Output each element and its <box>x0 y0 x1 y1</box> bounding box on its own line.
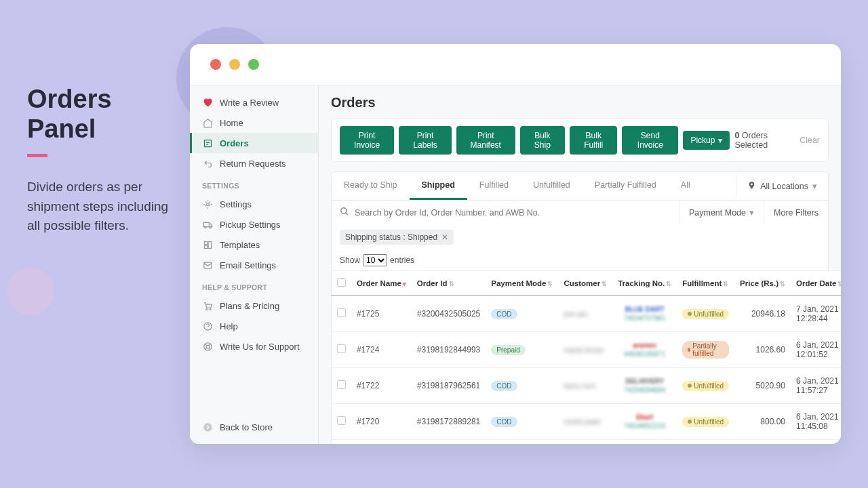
caret-down-icon: ▾ <box>718 136 722 145</box>
sidebar-item-returns[interactable]: Return Requests <box>190 153 318 174</box>
select-all-checkbox[interactable] <box>337 278 346 287</box>
sidebar-item-templates[interactable]: Templates <box>190 235 318 255</box>
send-invoice-button[interactable]: Send Invoice <box>622 126 678 155</box>
print-manifest-button[interactable]: Print Manifest <box>456 126 515 155</box>
print-labels-button[interactable]: Print Labels <box>399 126 452 155</box>
sidebar-returns-label: Return Requests <box>220 159 286 169</box>
caret-down-icon: ▾ <box>749 207 754 218</box>
app-window: Write a Review Home Orders Return Reques… <box>190 44 841 444</box>
sidebar-item-email-settings[interactable]: Email Settings <box>190 255 318 275</box>
print-invoice-button[interactable]: Print Invoice <box>340 126 394 155</box>
tab-ready-to-ship[interactable]: Ready to Ship <box>332 172 410 200</box>
support-icon <box>202 341 213 352</box>
svg-rect-6 <box>208 241 211 248</box>
sidebar-back-label: Back to Store <box>220 422 273 432</box>
email-icon <box>202 260 213 270</box>
svg-point-14 <box>203 423 212 432</box>
location-pin-icon <box>747 181 756 192</box>
search-icon <box>340 207 349 219</box>
chip-label: Shipping status : Shipped <box>345 232 437 242</box>
cell-payment: COD <box>486 440 558 445</box>
cell-order-id: #3198172889281 <box>412 404 486 440</box>
sidebar-item-help[interactable]: Help <box>190 316 318 336</box>
bulk-ship-button[interactable]: Bulk Ship <box>520 126 566 155</box>
sidebar-item-home[interactable]: Home <box>190 113 318 133</box>
tab-partially-fulfilled[interactable]: Partially Fulfilled <box>583 172 669 200</box>
page-title: Orders <box>331 95 829 110</box>
bulk-fulfill-button[interactable]: Bulk Fulfill <box>570 126 617 155</box>
tab-shipped[interactable]: Shipped <box>410 172 467 200</box>
svg-rect-7 <box>204 245 207 248</box>
payment-mode-filter[interactable]: Payment Mode ▾ <box>679 201 764 224</box>
sidebar-item-plans[interactable]: Plans & Pricing <box>190 296 318 316</box>
cell-order-id: #3198171611329 <box>412 440 486 445</box>
cell-price: 1026.60 <box>734 332 791 368</box>
svg-point-1 <box>206 203 209 205</box>
search-input[interactable] <box>355 208 671 218</box>
cell-date: 6 Jan, 2021 12:01:52 <box>791 332 841 368</box>
col-tracking-no-[interactable]: Tracking No.⇅ <box>612 271 677 296</box>
window-minimize-icon[interactable] <box>229 59 240 70</box>
sidebar-item-orders[interactable]: Orders <box>190 133 318 153</box>
tabs: Ready to ShipShippedFulfilledUnfulfilled… <box>332 172 736 200</box>
col-price-rs-[interactable]: Price (Rs.)⇅ <box>734 271 791 296</box>
sidebar-review-label: Write a Review <box>220 98 279 108</box>
cell-payment: COD <box>486 368 558 404</box>
col-order-id[interactable]: Order Id⇅ <box>412 271 486 296</box>
main-content: Orders Print Invoice Print Labels Print … <box>319 85 841 444</box>
sidebar-item-settings[interactable]: Settings <box>190 194 318 214</box>
window-maximize-icon[interactable] <box>248 59 259 70</box>
svg-rect-0 <box>204 140 211 146</box>
tab-all[interactable]: All <box>669 172 703 200</box>
promo-description: Divide orders as per shipment steps incl… <box>27 178 170 236</box>
tab-fulfilled[interactable]: Fulfilled <box>467 172 521 200</box>
cell-tracking: Ekart74534852233 <box>612 404 677 440</box>
sidebar-settings-label: Settings <box>220 199 252 209</box>
action-toolbar: Print Invoice Print Labels Print Manifes… <box>331 119 829 162</box>
tab-unfulfilled[interactable]: Unfulfilled <box>521 172 583 200</box>
entries-selector: Show 10 entries <box>331 250 829 270</box>
location-select[interactable]: All Locations ▾ <box>736 174 828 199</box>
cell-fulfillment: Unfulfilled <box>677 296 734 332</box>
sidebar-help-header: HELP & SUPPORT <box>190 275 318 296</box>
gear-icon <box>202 199 213 209</box>
col-fulfillment[interactable]: Fulfillment⇅ <box>677 271 734 296</box>
cell-customer: mohit patel <box>558 404 612 440</box>
template-icon <box>202 239 213 250</box>
pickup-button[interactable]: Pickup ▾ <box>683 131 730 150</box>
chevron-down-icon: ▾ <box>812 181 817 191</box>
entries-select[interactable]: 10 <box>363 254 387 266</box>
svg-point-13 <box>206 345 210 348</box>
row-checkbox[interactable] <box>337 380 346 389</box>
sidebar-write-review[interactable]: Write a Review <box>190 92 318 113</box>
row-checkbox[interactable] <box>337 416 346 425</box>
sidebar-support-label: Write Us for Support <box>220 342 300 352</box>
cell-order-name: #1719 <box>351 440 412 445</box>
col-order-date[interactable]: Order Date⇅ <box>791 271 841 296</box>
truck-icon <box>202 219 213 230</box>
promo-title: Orders Panel <box>27 85 170 144</box>
table-row: #1719#3198171611329CODgarima yadavaramex… <box>332 440 842 445</box>
cell-customer: maria brosa <box>558 332 612 368</box>
row-checkbox[interactable] <box>337 308 346 317</box>
cell-price: 20946.18 <box>734 296 791 332</box>
cell-tracking: aramex74204606895 <box>612 440 677 445</box>
sidebar-item-pickup-settings[interactable]: Pickup Settings <box>190 214 318 235</box>
clear-selection-link[interactable]: Clear <box>800 136 820 145</box>
col-customer[interactable]: Customer⇅ <box>558 271 612 296</box>
table-row: #1724#3198192844993Prepaidmaria brosaara… <box>332 332 842 368</box>
row-checkbox[interactable] <box>337 344 346 353</box>
sidebar-plans-label: Plans & Pricing <box>220 301 279 311</box>
cell-date: 7 Jan, 2021 12:28:44 <box>791 296 841 332</box>
more-filters-button[interactable]: More Filters <box>764 201 828 224</box>
window-close-icon[interactable] <box>210 59 221 70</box>
cell-date: 6 Jan, 2021 11:45:08 <box>791 404 841 440</box>
chip-remove-icon[interactable]: ✕ <box>441 232 448 242</box>
cell-customer: lazzy torn <box>558 368 612 404</box>
sidebar-back-to-store[interactable]: Back to Store <box>190 417 318 437</box>
sidebar-item-support[interactable]: Write Us for Support <box>190 336 318 357</box>
col-payment-mode[interactable]: Payment Mode⇅ <box>486 271 558 296</box>
cell-date: 6 Jan, 2021 11:57:27 <box>791 368 841 404</box>
cell-order-name: #1720 <box>351 404 412 440</box>
col-order-name[interactable]: Order Name▾ <box>351 271 412 296</box>
